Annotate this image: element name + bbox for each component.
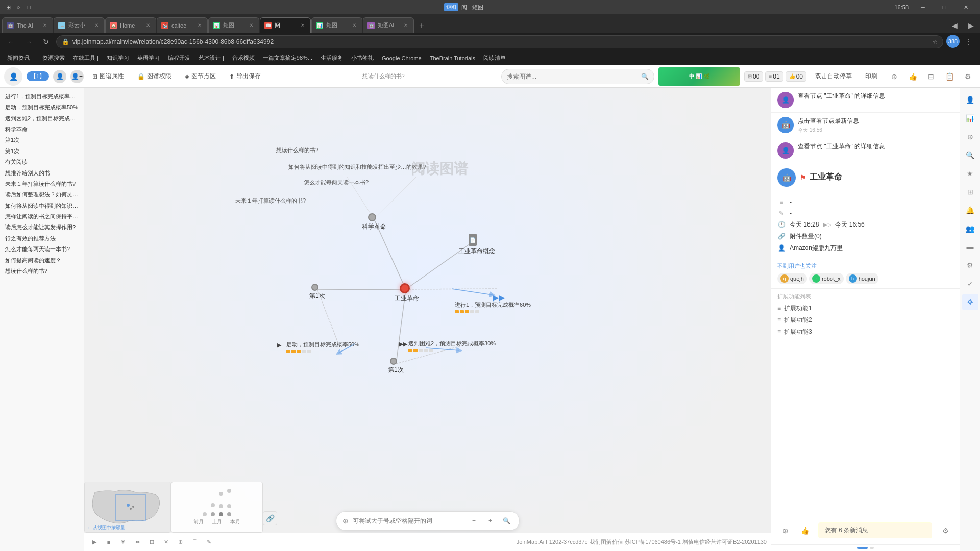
- page-dot-2[interactable]: [870, 547, 874, 549]
- x-btn[interactable]: ✕: [160, 536, 172, 548]
- user-badge[interactable]: 【1】: [27, 71, 49, 81]
- bookmark-thebrain[interactable]: TheBrain Tutorials: [427, 53, 478, 64]
- sidebar-item-two-days[interactable]: 怎么才能每两天读一本书?: [2, 244, 82, 255]
- bookmark-reading[interactable]: 阅读清单: [480, 53, 509, 64]
- refresh-button[interactable]: ↻: [39, 35, 53, 49]
- sidebar-item-first2[interactable]: 第1次: [2, 146, 82, 157]
- page-dot-1[interactable]: [857, 547, 868, 549]
- rib-user-icon[interactable]: 👤: [962, 92, 978, 108]
- user-quejh[interactable]: q quejh: [777, 273, 807, 284]
- forward-button[interactable]: →: [21, 35, 36, 49]
- expand-item-1[interactable]: ≡ 扩展功能1: [777, 303, 953, 314]
- sidebar-item-progress60[interactable]: 进行1，预测目标完成概率60%: [2, 91, 82, 102]
- tab-scroll-left[interactable]: ◀: [947, 18, 962, 33]
- rib-cursor-icon[interactable]: ✥: [962, 294, 978, 310]
- node-industrial-rev[interactable]: 工业革命: [400, 283, 410, 293]
- like-icon[interactable]: 👍: [904, 68, 921, 85]
- tab-jitu2[interactable]: 📊 矩图 ✕: [311, 17, 362, 33]
- curve-btn[interactable]: ⌒: [188, 536, 201, 548]
- grid-btn[interactable]: ⊞: [145, 536, 158, 548]
- canvas-search-go[interactable]: 🔍: [501, 515, 513, 527]
- sidebar-item-reading[interactable]: 有关阅读: [2, 157, 82, 167]
- auto-pause-btn[interactable]: 双击自动停草: [811, 68, 856, 85]
- edit-btn[interactable]: ✎: [203, 536, 215, 548]
- toolbar-search-input[interactable]: [507, 73, 638, 80]
- sidebar-item-sci-rev[interactable]: 科学革命: [2, 124, 82, 135]
- user-avatar[interactable]: 👤: [4, 67, 22, 86]
- print-btn[interactable]: 印刷: [861, 68, 882, 85]
- tab-close-btn[interactable]: ✕: [351, 22, 358, 29]
- stop-btn[interactable]: ■: [103, 536, 115, 548]
- tab-caiyun[interactable]: ☁ 彩云小 ✕: [54, 17, 105, 33]
- bookmark-chrome[interactable]: Google Chrome: [379, 53, 425, 64]
- search-icon[interactable]: 🔍: [641, 73, 649, 80]
- tab-close-btn[interactable]: ✕: [248, 22, 255, 29]
- tab-the-ai[interactable]: 🤖 The AI ✕: [2, 17, 53, 33]
- canvas-area[interactable]: 想读什么样的书? 如何将从阅读中得到的知识和技能发挥出至少…的效果? 怎么才能每…: [84, 88, 771, 551]
- node-first2[interactable]: 第1次: [390, 358, 397, 365]
- rib-star-icon[interactable]: ★: [962, 165, 978, 182]
- bookmark-article[interactable]: 一篇文章摘定98%...: [260, 53, 315, 64]
- export-btn[interactable]: ⬆ 导出保存: [225, 68, 265, 85]
- tab-yue[interactable]: 📖 阅 ✕: [260, 17, 311, 33]
- collapse-icon[interactable]: ⊟: [923, 68, 939, 85]
- rib-settings-icon[interactable]: ⚙: [962, 257, 978, 273]
- search-icon[interactable]: ○: [14, 3, 22, 11]
- taskbar-icon[interactable]: □: [24, 3, 33, 11]
- play-btn[interactable]: ▶: [88, 536, 101, 548]
- bookmark-life[interactable]: 生活服务: [317, 53, 346, 64]
- rib-search-icon[interactable]: 🔍: [962, 147, 978, 163]
- bookmark-music[interactable]: 音乐视频: [229, 53, 258, 64]
- windows-icon[interactable]: ⊞: [4, 3, 12, 11]
- rib-graph-icon[interactable]: ⊞: [962, 184, 978, 200]
- node-ind-concept[interactable]: 📄 工业革命概念: [469, 234, 477, 246]
- bookmark-xiaosign[interactable]: 小书签礼: [348, 53, 377, 64]
- sidebar-item-recommend[interactable]: 想推荐给别人的书: [2, 168, 82, 179]
- node-sci-rev[interactable]: 科学革命: [368, 213, 376, 221]
- green-banner[interactable]: 中 📊 🌿: [658, 67, 740, 86]
- node-section-btn[interactable]: ◈ 图节点区: [180, 68, 220, 85]
- expand-all-btn[interactable]: ⊕: [174, 536, 186, 548]
- tab-close-btn[interactable]: ✕: [196, 22, 203, 29]
- settings-icon[interactable]: ⚙: [960, 68, 976, 85]
- bookmark-search[interactable]: 资源搜索: [39, 53, 68, 64]
- rib-chart-icon[interactable]: 📊: [962, 110, 978, 127]
- tab-jituai[interactable]: 🤖 矩图AI ✕: [363, 17, 414, 33]
- toolbar-search[interactable]: 🔍: [501, 69, 654, 84]
- tab-scroll-right[interactable]: ▶: [964, 18, 978, 33]
- mini-map[interactable]: ← 从视图中按容量: [84, 482, 171, 533]
- add-user-btn[interactable]: 👤+: [70, 70, 84, 83]
- link-icon-btn[interactable]: 🔗: [263, 511, 277, 525]
- star-icon[interactable]: ☆: [933, 39, 938, 45]
- minimap-expand-btn[interactable]: ← 从视图中按容量: [87, 524, 125, 531]
- back-button[interactable]: ←: [4, 35, 18, 49]
- bookmark-programming[interactable]: 编程开发: [165, 53, 193, 64]
- sidebar-item-speed[interactable]: 如何提高阅读的速度？: [2, 255, 82, 266]
- canvas-search-add2[interactable]: +: [484, 515, 497, 527]
- user-houjun[interactable]: h houjun: [846, 273, 878, 284]
- tab-home[interactable]: 🏠 Home ✕: [105, 17, 156, 33]
- settings-btn[interactable]: ⋮: [962, 35, 976, 49]
- rib-bar-icon[interactable]: ▬: [962, 239, 978, 255]
- tab-close-btn[interactable]: ✕: [144, 22, 152, 29]
- bookmark-knowledge[interactable]: 知识学习: [104, 53, 132, 64]
- sidebar-item-next-year[interactable]: 未来１年打算读什么样的书?: [2, 179, 82, 189]
- copy-icon[interactable]: 📋: [941, 68, 958, 85]
- tab-close-btn[interactable]: ✕: [93, 22, 100, 29]
- extension-icon[interactable]: 388: [946, 35, 960, 48]
- canvas-search-input[interactable]: [353, 517, 464, 524]
- sidebar-item-what-book[interactable]: 想读什么样的书?: [2, 266, 82, 277]
- tab-close-btn[interactable]: ✕: [402, 22, 409, 29]
- minimize-button[interactable]: ─: [913, 0, 933, 14]
- bookmark-news[interactable]: 新闻资讯: [4, 53, 33, 64]
- tab-jitu[interactable]: 📊 矩图 ✕: [208, 17, 259, 33]
- bookmark-tools[interactable]: 在线工具 |: [70, 53, 102, 64]
- notification-bar[interactable]: 您有 6 条新消息: [818, 522, 932, 538]
- friend-avatar[interactable]: 👤: [53, 70, 66, 83]
- tab-close-btn[interactable]: ✕: [41, 22, 48, 29]
- tab-close-btn[interactable]: ✕: [299, 22, 306, 29]
- sidebar-item-start50[interactable]: 启动，预测目标完成概率50%: [2, 102, 82, 113]
- node-first1[interactable]: 第1次: [311, 284, 318, 291]
- panel-expand-btn[interactable]: ⊕: [777, 522, 794, 539]
- sidebar-item-utilize[interactable]: 读后怎么才能让其发挥作用?: [2, 222, 82, 233]
